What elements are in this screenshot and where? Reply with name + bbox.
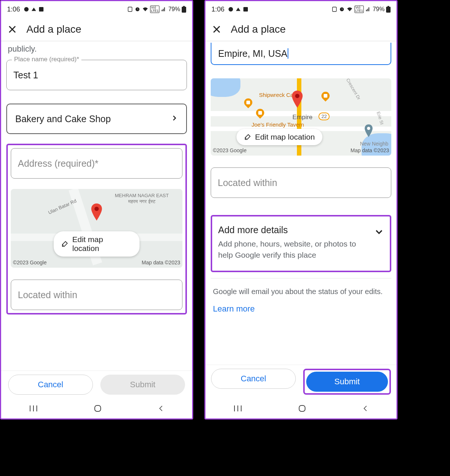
- chevron-right-icon: [171, 114, 178, 123]
- address-value: Empire, MI, USA: [218, 48, 287, 59]
- map-preview[interactable]: Shipwreck Cafe Joe's Friendly Tavern Emp…: [211, 78, 391, 156]
- status-notif-icons: [227, 6, 249, 13]
- status-bar: 1:06 Vo)LTE1 79%: [205, 1, 396, 17]
- divider: [211, 278, 391, 278]
- screenshot-right: 1:06 Vo)LTE1 79% Add a place Empire, MI,…: [204, 0, 398, 420]
- located-within-placeholder: Located within: [18, 290, 77, 300]
- add-more-details-expander[interactable]: Add more details Add phone, hours, websi…: [216, 220, 386, 264]
- address-input[interactable]: Address (required)*: [11, 148, 182, 179]
- home-icon[interactable]: [93, 404, 102, 413]
- recents-icon[interactable]: [233, 405, 243, 412]
- map-pin-icon: [291, 91, 304, 109]
- address-input[interactable]: Empire, MI, USA: [211, 43, 391, 65]
- map-poi-label: Joe's Friendly Tavern: [252, 121, 304, 128]
- page-title: Add a place: [26, 23, 81, 35]
- svg-point-15: [367, 127, 370, 130]
- status-notif-icons: [23, 6, 45, 13]
- located-within-input[interactable]: Located within: [211, 167, 391, 198]
- svg-rect-13: [386, 7, 391, 13]
- more-details-title: Add more details: [218, 225, 367, 235]
- app-bar: Add a place: [205, 17, 396, 41]
- svg-point-16: [295, 94, 300, 98]
- chevron-down-icon: [374, 227, 384, 238]
- back-icon[interactable]: [362, 405, 369, 412]
- waypoint-icon: [364, 124, 373, 138]
- learn-more-link[interactable]: Learn more: [211, 299, 391, 319]
- svg-rect-10: [243, 7, 248, 12]
- map-street-label: Crescent Dr: [345, 78, 362, 101]
- app-bar: Add a place: [1, 17, 192, 41]
- svg-rect-17: [299, 405, 305, 411]
- android-nav-bar: [205, 398, 396, 418]
- screenshot-left: 1:06 Vo)LTE1 79% Add a place publicly. P…: [0, 0, 193, 420]
- more-details-subtitle: Add phone, hours, website, or photos to …: [218, 238, 367, 261]
- close-icon[interactable]: [7, 24, 17, 35]
- status-bar: 1:06 Vo)LTE1 79%: [1, 1, 192, 17]
- svg-rect-11: [333, 7, 337, 12]
- map-data: Map data ©2023: [142, 260, 180, 265]
- edit-map-location-button[interactable]: Edit map location: [54, 231, 140, 257]
- svg-rect-2: [128, 7, 132, 12]
- map-preview[interactable]: MEHRAM NAGAR EAST महरम नगर ईस्ट Ulan Bat…: [11, 189, 182, 268]
- map-copyright: ©2023 Google: [213, 147, 247, 153]
- edit-status-note: Google will email you about the status o…: [211, 284, 391, 299]
- cancel-button[interactable]: Cancel: [211, 369, 296, 389]
- map-area-label: MEHRAM NAGAR EAST: [115, 193, 169, 199]
- page-title: Add a place: [231, 23, 286, 35]
- status-battery: 79%: [373, 6, 385, 13]
- map-area-label-hi: महरम नगर ईस्ट: [115, 199, 169, 205]
- svg-point-7: [94, 207, 99, 211]
- text-cursor: [288, 48, 288, 59]
- svg-rect-14: [388, 6, 389, 7]
- svg-rect-5: [183, 6, 185, 7]
- svg-rect-6: [182, 9, 185, 12]
- svg-point-0: [24, 7, 29, 12]
- map-pin-icon: [90, 203, 103, 222]
- category-selector[interactable]: Bakery and Cake Shop: [6, 104, 187, 134]
- status-time: 1:06: [211, 6, 224, 13]
- svg-point-9: [229, 7, 233, 12]
- status-time: 1:06: [7, 6, 20, 13]
- map-road-label: Ulan Batar Rd: [47, 198, 77, 215]
- recents-icon[interactable]: [29, 405, 38, 412]
- back-icon[interactable]: [157, 405, 165, 412]
- submit-highlight: Submit: [303, 369, 391, 395]
- map-copyright: ©2023 Google: [13, 260, 47, 265]
- poi-food-icon: [242, 97, 254, 108]
- map-town-label: Empire: [292, 114, 313, 121]
- android-nav-bar: [1, 398, 192, 418]
- address-placeholder: Address (required)*: [18, 158, 98, 169]
- located-within-placeholder: Located within: [218, 177, 277, 188]
- svg-rect-8: [95, 405, 101, 411]
- located-within-input[interactable]: Located within: [11, 280, 182, 310]
- svg-rect-1: [39, 7, 43, 12]
- category-value: Bakery and Cake Shop: [15, 114, 111, 124]
- bottom-action-bar: Cancel Submit: [205, 365, 396, 398]
- submit-button[interactable]: Submit: [100, 375, 185, 395]
- poi-food-icon: [254, 107, 266, 118]
- home-icon[interactable]: [298, 404, 307, 413]
- place-name-value: Test 1: [13, 70, 38, 81]
- place-name-input[interactable]: Place name (required)* Test 1: [6, 60, 187, 90]
- address-section-highlight: Address (required)* MEHRAM NAGAR EAST मह…: [6, 144, 187, 314]
- status-battery: 79%: [168, 6, 180, 13]
- submit-button[interactable]: Submit: [306, 372, 388, 392]
- edit-map-location-button[interactable]: Edit map location: [236, 129, 322, 145]
- cancel-button[interactable]: Cancel: [8, 375, 93, 395]
- close-icon[interactable]: [211, 24, 222, 35]
- place-name-label: Place name (required)*: [12, 56, 81, 63]
- poi-food-icon: [320, 90, 331, 101]
- bottom-action-bar: Cancel Submit: [1, 371, 192, 398]
- more-details-highlight: Add more details Add phone, hours, websi…: [211, 215, 391, 272]
- route-badge: 22: [318, 113, 330, 120]
- map-data: Map data ©2023: [350, 147, 389, 153]
- map-neigh-label: New Neighb: [360, 141, 388, 147]
